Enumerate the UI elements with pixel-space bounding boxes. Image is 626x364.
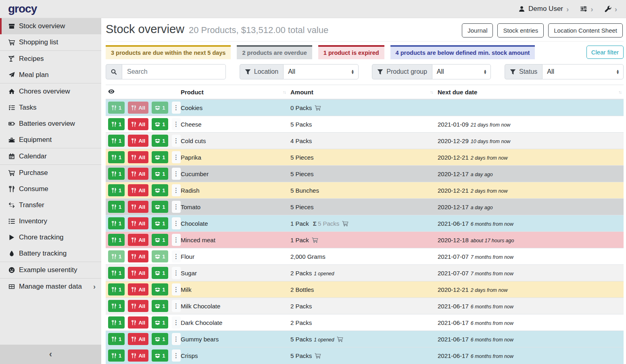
column-visibility-header[interactable] <box>106 85 178 100</box>
row-menu-button[interactable]: ⋮ <box>172 349 181 362</box>
row-menu-button[interactable]: ⋮ <box>172 217 181 229</box>
sidebar-item-recipes[interactable]: Recipes › <box>0 51 101 67</box>
admin-menu[interactable]: › <box>605 5 617 13</box>
sidebar-item-meal-plan[interactable]: Meal plan › <box>0 67 101 83</box>
sidebar-collapse-button[interactable]: ‹ <box>0 345 101 364</box>
consume-all-button[interactable]: All <box>128 217 148 229</box>
consume-all-button[interactable]: All <box>128 267 148 279</box>
grocy-logo[interactable]: grocy <box>8 2 37 15</box>
row-menu-button[interactable]: ⋮ <box>172 234 181 246</box>
consume-one-button[interactable]: 1 <box>108 283 125 295</box>
open-one-button[interactable]: 1 <box>152 267 168 279</box>
consume-all-button[interactable]: All <box>128 283 148 295</box>
sidebar-item-purchase[interactable]: Purchase › <box>0 165 101 181</box>
open-one-button[interactable]: 1 <box>152 102 168 114</box>
sidebar-item-calendar[interactable]: Calendar › <box>0 148 101 164</box>
consume-all-button[interactable]: All <box>128 151 148 163</box>
sidebar-item-shopping-list[interactable]: Shopping list › <box>0 34 101 50</box>
row-menu-button[interactable]: ⋮ <box>172 250 181 262</box>
column-header-amount[interactable]: Amount ↑↓ <box>288 85 435 100</box>
sidebar-item-chores-overview[interactable]: Chores overview › <box>0 83 101 100</box>
open-one-button[interactable]: 1 <box>152 151 168 163</box>
row-menu-button[interactable]: ⋮ <box>172 102 181 114</box>
open-one-button[interactable]: 1 <box>152 283 168 295</box>
consume-one-button[interactable]: 1 <box>108 333 125 345</box>
user-menu[interactable]: Demo User › <box>518 5 569 13</box>
sidebar-item-equipment[interactable]: Equipment › <box>0 132 101 148</box>
sidebar-item-battery-tracking[interactable]: Battery tracking › <box>0 245 101 262</box>
search-input[interactable] <box>122 64 226 79</box>
status-filter-badge[interactable]: 1 product is expired <box>318 45 384 59</box>
consume-one-button[interactable]: 1 <box>108 300 125 312</box>
consume-all-button[interactable]: All <box>128 135 148 147</box>
consume-all-button[interactable]: All <box>128 184 148 196</box>
open-one-button[interactable]: 1 <box>152 184 168 196</box>
row-menu-button[interactable]: ⋮ <box>172 283 181 295</box>
consume-one-button[interactable]: 1 <box>108 217 125 229</box>
sidebar-item-manage-master-data[interactable]: Manage master data › <box>0 279 101 295</box>
sidebar-item-transfer[interactable]: Transfer › <box>0 197 101 213</box>
journal-button[interactable]: Journal <box>462 23 493 37</box>
clear-filter-button[interactable]: Clear filter <box>586 46 624 59</box>
consume-all-button[interactable]: All <box>128 300 148 312</box>
row-menu-button[interactable]: ⋮ <box>172 151 181 163</box>
consume-one-button[interactable]: 1 <box>108 135 125 147</box>
status-filter-badge[interactable]: 2 products are overdue <box>237 45 312 59</box>
open-one-button[interactable]: 1 <box>152 135 168 147</box>
open-one-button[interactable]: 1 <box>152 250 168 262</box>
consume-one-button[interactable]: 1 <box>108 102 125 114</box>
row-menu-button[interactable]: ⋮ <box>172 135 181 147</box>
row-menu-button[interactable]: ⋮ <box>172 300 181 312</box>
sidebar-item-chore-tracking[interactable]: Chore tracking › <box>0 229 101 245</box>
sidebar-item-inventory[interactable]: Inventory › <box>0 213 101 229</box>
sidebar-item-example-userentity[interactable]: Example userentity › <box>0 262 101 278</box>
open-one-button[interactable]: 1 <box>152 234 168 246</box>
open-one-button[interactable]: 1 <box>152 316 168 329</box>
consume-one-button[interactable]: 1 <box>108 201 125 213</box>
settings-menu[interactable]: › <box>580 5 593 13</box>
shopping-cart-icon[interactable] <box>315 105 321 111</box>
consume-one-button[interactable]: 1 <box>108 118 125 130</box>
filter-select[interactable]: All ▴▾ <box>432 64 491 79</box>
open-one-button[interactable]: 1 <box>152 333 168 345</box>
consume-one-button[interactable]: 1 <box>108 250 125 262</box>
open-one-button[interactable]: 1 <box>152 349 168 362</box>
sidebar-item-stock-overview[interactable]: Stock overview › <box>0 18 101 34</box>
consume-one-button[interactable]: 1 <box>108 184 125 196</box>
open-one-button[interactable]: 1 <box>152 217 168 229</box>
shopping-cart-icon[interactable] <box>315 353 321 359</box>
filter-select[interactable]: All ▴▾ <box>542 64 624 79</box>
row-menu-button[interactable]: ⋮ <box>172 168 181 180</box>
row-menu-button[interactable]: ⋮ <box>172 201 181 213</box>
consume-all-button[interactable]: All <box>128 168 148 180</box>
shopping-cart-icon[interactable] <box>342 220 348 227</box>
consume-all-button[interactable]: All <box>128 102 148 114</box>
row-menu-button[interactable]: ⋮ <box>172 316 181 329</box>
shopping-cart-icon[interactable] <box>312 237 318 243</box>
consume-one-button[interactable]: 1 <box>108 151 125 163</box>
consume-all-button[interactable]: All <box>128 316 148 329</box>
column-header-product[interactable]: Product ↑↓ <box>178 85 288 100</box>
status-filter-badge[interactable]: 3 products are due within the next 5 day… <box>106 45 231 59</box>
sidebar-item-consume[interactable]: Consume › <box>0 181 101 197</box>
filter-select[interactable]: All ▴▾ <box>283 64 359 79</box>
row-menu-button[interactable]: ⋮ <box>172 267 181 279</box>
row-menu-button[interactable]: ⋮ <box>172 333 181 345</box>
sidebar-item-tasks[interactable]: Tasks › <box>0 100 101 116</box>
consume-one-button[interactable]: 1 <box>108 168 125 180</box>
consume-one-button[interactable]: 1 <box>108 267 125 279</box>
consume-all-button[interactable]: All <box>128 250 148 262</box>
sidebar-item-batteries-overview[interactable]: Batteries overview › <box>0 116 101 132</box>
consume-all-button[interactable]: All <box>128 333 148 345</box>
consume-all-button[interactable]: All <box>128 118 148 130</box>
column-header-next-due-date[interactable]: Next due date ↑↓ <box>435 85 624 100</box>
consume-all-button[interactable]: All <box>128 234 148 246</box>
open-one-button[interactable]: 1 <box>152 118 168 130</box>
consume-all-button[interactable]: All <box>128 201 148 213</box>
consume-all-button[interactable]: All <box>128 349 148 362</box>
location-content-sheet-button[interactable]: Location Content Sheet <box>548 23 623 37</box>
open-one-button[interactable]: 1 <box>152 300 168 312</box>
stock-entries-button[interactable]: Stock entries <box>497 23 544 37</box>
row-menu-button[interactable]: ⋮ <box>172 118 181 130</box>
status-filter-badge[interactable]: 4 products are below defined min. stock … <box>390 45 535 59</box>
